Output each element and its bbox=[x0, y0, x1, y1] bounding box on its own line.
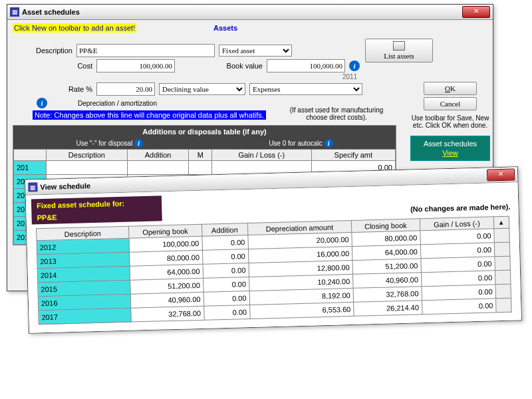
col-description: Description bbox=[47, 150, 128, 161]
cost-input[interactable] bbox=[96, 59, 175, 72]
asset-type-select[interactable]: Fixed asset bbox=[219, 45, 292, 57]
col-addition: Addition bbox=[201, 223, 247, 237]
depreciation-label: Depreciation / amortization bbox=[78, 100, 157, 107]
list-assets-label: List assets bbox=[384, 52, 414, 60]
info-icon[interactable]: i bbox=[37, 98, 47, 108]
asset-schedules-title: Asset schedules bbox=[414, 140, 486, 148]
close-button[interactable]: ✕ bbox=[462, 6, 490, 18]
col-addition: Addition bbox=[127, 150, 189, 161]
grid-icon bbox=[393, 41, 405, 51]
table-header-row: Description Addition M Gain / Loss (-) S… bbox=[14, 150, 396, 161]
window-title: Asset schedules bbox=[22, 8, 462, 16]
method-select[interactable]: Declining value bbox=[159, 83, 245, 95]
scroll-up-icon[interactable]: ▴ bbox=[493, 216, 509, 229]
rate-input[interactable] bbox=[96, 82, 155, 96]
book-value-label: Book value bbox=[216, 62, 263, 70]
no-changes-note: (No changes are made here). bbox=[410, 203, 511, 213]
close-button[interactable]: ✕ bbox=[487, 168, 515, 181]
cancel-button[interactable]: Cancel bbox=[424, 97, 477, 110]
list-assets-button[interactable]: List assets bbox=[365, 39, 433, 63]
col-m: M bbox=[189, 150, 212, 161]
ok-button[interactable]: OOKK bbox=[424, 82, 477, 95]
view-link[interactable]: View bbox=[414, 149, 486, 157]
info-icon[interactable]: i bbox=[134, 139, 143, 148]
schedule-table: Description Opening book Addition Deprec… bbox=[36, 216, 512, 325]
col-gain-loss: Gain / Loss (-) bbox=[211, 150, 311, 161]
schedule-header: Fixed asset schedule for: PP&E bbox=[31, 196, 162, 224]
cost-label: Cost bbox=[13, 62, 92, 70]
view-schedule-window: ▦ View schedule ✕ Fixed asset schedule f… bbox=[25, 166, 522, 333]
description-label: Description bbox=[13, 47, 72, 55]
manufacturing-note: (If asset used for manufacturing choose … bbox=[280, 106, 393, 121]
toolbar-hint: Click New on toolbar to add an asset! bbox=[13, 23, 136, 33]
info-icon[interactable]: i bbox=[325, 139, 333, 148]
asset-schedules-panel: Asset schedules View bbox=[410, 136, 490, 161]
change-warning: Note: Changes above this line will chang… bbox=[33, 110, 266, 120]
additions-subheader: Use "-" for disposal i Use 0 for autocal… bbox=[13, 138, 396, 149]
description-input[interactable] bbox=[76, 44, 215, 57]
titlebar: ▦ Asset schedules ✕ bbox=[7, 5, 493, 20]
additions-header: Additions or disposals table (if any) bbox=[13, 126, 396, 138]
app-icon: ▦ bbox=[28, 182, 37, 192]
app-icon: ▦ bbox=[10, 7, 19, 17]
right-panel: OOKK Cancel Use toolbar for Save, New et… bbox=[410, 80, 490, 161]
rate-label: Rate % bbox=[13, 85, 92, 93]
right-hint: Use toolbar for Save, New etc. Click OK … bbox=[410, 114, 490, 129]
book-value-input[interactable] bbox=[267, 59, 345, 72]
col-specify: Specify amt bbox=[311, 150, 395, 161]
expense-select[interactable]: Expenses bbox=[249, 83, 362, 95]
assets-heading: Assets bbox=[213, 24, 237, 32]
info-icon[interactable]: i bbox=[349, 61, 360, 71]
